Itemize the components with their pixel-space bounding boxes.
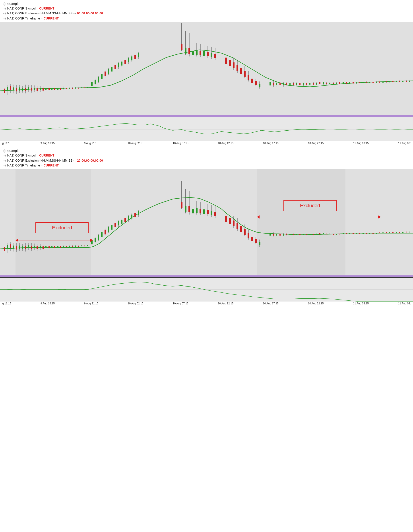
svg-rect-421 (389, 232, 390, 233)
svg-rect-351 (273, 234, 274, 236)
svg-rect-156 (313, 83, 314, 85)
svg-rect-423 (392, 232, 394, 233)
svg-rect-212 (406, 81, 407, 82)
svg-rect-239 (31, 246, 32, 249)
svg-rect-399 (353, 233, 354, 234)
section-b-label: b) Example (3, 149, 410, 152)
svg-rect-168 (333, 83, 334, 84)
svg-rect-184 (359, 82, 360, 83)
time-label-b7: 10 Aug 22:15 (308, 302, 324, 305)
config-line-a3: > (INA1) CONF, Timeframe = CURRENT (3, 16, 410, 21)
svg-rect-180 (353, 82, 354, 84)
chart-b-sub (0, 277, 413, 302)
svg-rect-271 (78, 246, 79, 247)
time-label-a7: 10 Aug 22:15 (308, 142, 324, 145)
svg-rect-333 (233, 220, 234, 226)
svg-rect-210 (402, 81, 403, 82)
svg-rect-70 (108, 69, 109, 74)
svg-rect-8 (13, 87, 14, 91)
svg-rect-198 (383, 81, 384, 83)
svg-rect-413 (376, 233, 377, 234)
svg-rect-365 (296, 234, 297, 235)
svg-rect-200 (386, 81, 387, 82)
svg-rect-92 (185, 48, 186, 54)
svg-rect-44 (66, 88, 67, 89)
config-value-b1: CURRENT (39, 154, 54, 157)
svg-rect-160 (319, 82, 320, 84)
svg-rect-259 (60, 246, 61, 248)
svg-rect-188 (366, 82, 367, 83)
svg-rect-166 (329, 83, 330, 84)
svg-rect-192 (373, 82, 374, 83)
svg-rect-375 (313, 234, 314, 235)
svg-rect-355 (279, 234, 281, 236)
section-a: a) Example > (INA1) CONF, Symbol = CURRE… (0, 0, 413, 21)
svg-rect-287 (105, 229, 106, 234)
svg-rect-301 (128, 216, 129, 220)
svg-rect-417 (383, 232, 384, 233)
svg-rect-257 (57, 246, 58, 248)
svg-rect-152 (306, 83, 307, 85)
svg-rect-303 (131, 215, 132, 218)
svg-rect-122 (248, 75, 249, 80)
svg-rect-307 (138, 211, 139, 215)
svg-rect-132 (273, 83, 274, 86)
svg-rect-277 (87, 245, 88, 246)
chart-a-main (0, 22, 413, 115)
svg-rect-319 (200, 209, 201, 213)
time-label-b1: 9 Aug 16:15 (40, 302, 55, 305)
svg-rect-313 (188, 206, 190, 212)
svg-rect-56 (84, 87, 85, 88)
svg-rect-50 (75, 87, 76, 89)
svg-rect-158 (316, 83, 317, 85)
svg-rect-34 (51, 88, 52, 90)
svg-rect-337 (240, 226, 242, 232)
svg-rect-116 (237, 65, 238, 71)
svg-rect-16 (25, 88, 26, 91)
config-line-a2: > (INA1) CONF, Exclusion (HH:MM:SS-HH:MM… (3, 11, 410, 16)
time-axis-a: g 11:15 9 Aug 16:15 9 Aug 21:15 10 Aug 0… (0, 141, 413, 145)
svg-rect-289 (108, 227, 109, 232)
svg-rect-208 (399, 81, 400, 82)
config-line-b2: > (INA1) CONF, Exclusion (HH:MM:SS-HH:MM… (3, 158, 410, 163)
svg-rect-369 (303, 234, 304, 235)
svg-rect-136 (279, 83, 281, 85)
svg-rect-196 (379, 81, 380, 83)
svg-rect-223 (7, 245, 8, 249)
svg-rect-425 (396, 232, 397, 233)
svg-rect-285 (101, 232, 103, 237)
svg-rect-427 (399, 232, 400, 233)
svg-rect-96 (192, 51, 194, 55)
svg-rect-433 (409, 232, 410, 232)
svg-rect-315 (192, 209, 194, 213)
svg-rect-269 (75, 246, 76, 247)
svg-rect-389 (336, 234, 337, 235)
svg-rect-401 (356, 233, 357, 234)
svg-rect-30 (45, 88, 47, 90)
svg-rect-130 (269, 82, 271, 86)
time-label-a9: 11 Aug 08: (398, 142, 411, 145)
time-label-b4: 10 Aug 07:15 (173, 302, 188, 305)
svg-rect-407 (366, 233, 367, 234)
svg-rect-120 (244, 71, 246, 76)
svg-rect-72 (111, 67, 113, 72)
svg-rect-295 (118, 221, 119, 225)
svg-rect-329 (225, 216, 227, 222)
svg-rect-170 (336, 83, 337, 84)
svg-rect-48 (72, 88, 73, 89)
svg-rect-297 (121, 220, 123, 224)
svg-rect-98 (196, 50, 198, 55)
svg-rect-419 (386, 232, 387, 233)
svg-rect-247 (42, 247, 44, 249)
svg-rect-46 (69, 88, 70, 89)
svg-rect-393 (343, 233, 344, 234)
svg-rect-110 (225, 57, 227, 64)
svg-rect-321 (203, 209, 205, 214)
svg-rect-206 (396, 81, 397, 82)
svg-rect-176 (346, 82, 347, 84)
svg-rect-186 (363, 82, 364, 83)
time-label-a4: 10 Aug 07:15 (173, 142, 188, 145)
svg-rect-94 (188, 48, 190, 54)
svg-rect-347 (259, 242, 260, 245)
config-prefix-a2: > (INA1) CONF, Exclusion (HH:MM:SS-HH:MM… (3, 11, 77, 15)
